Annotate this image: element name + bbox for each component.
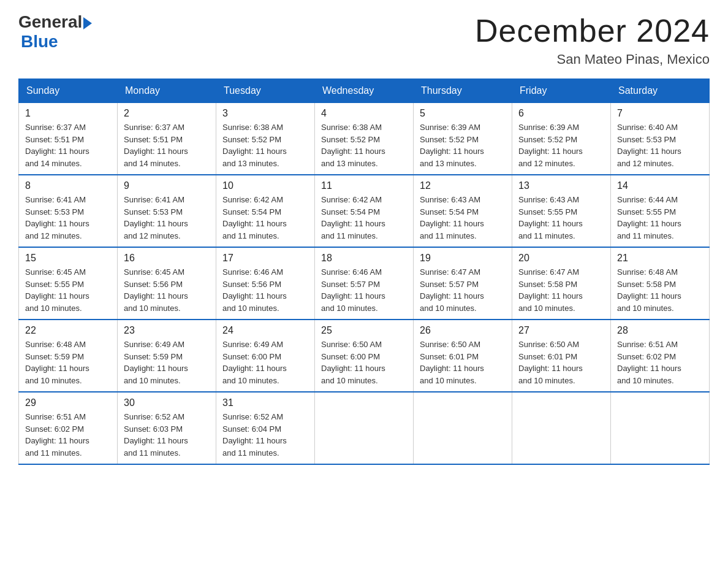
calendar-cell xyxy=(315,392,414,464)
calendar-week-3: 15 Sunrise: 6:45 AMSunset: 5:55 PMDaylig… xyxy=(19,247,710,320)
header-friday: Friday xyxy=(512,79,611,103)
logo-arrow-icon xyxy=(83,17,92,29)
calendar-cell xyxy=(512,392,611,464)
day-info: Sunrise: 6:42 AMSunset: 5:54 PMDaylight:… xyxy=(222,195,287,240)
day-info: Sunrise: 6:41 AMSunset: 5:53 PMDaylight:… xyxy=(124,195,188,240)
calendar-cell xyxy=(414,392,512,464)
day-info: Sunrise: 6:51 AMSunset: 6:02 PMDaylight:… xyxy=(25,412,89,458)
calendar-subtitle: San Mateo Pinas, Mexico xyxy=(475,52,710,67)
calendar-cell: 10 Sunrise: 6:42 AMSunset: 5:54 PMDaylig… xyxy=(216,175,315,247)
day-info: Sunrise: 6:51 AMSunset: 6:02 PMDaylight:… xyxy=(617,340,681,385)
day-info: Sunrise: 6:41 AMSunset: 5:53 PMDaylight:… xyxy=(25,195,89,240)
day-info: Sunrise: 6:47 AMSunset: 5:58 PMDaylight:… xyxy=(518,267,583,313)
day-number: 5 xyxy=(420,108,506,119)
calendar-cell: 8 Sunrise: 6:41 AMSunset: 5:53 PMDayligh… xyxy=(19,175,118,247)
day-number: 20 xyxy=(518,253,604,264)
calendar-cell: 30 Sunrise: 6:52 AMSunset: 6:03 PMDaylig… xyxy=(118,392,216,464)
calendar-cell: 15 Sunrise: 6:45 AMSunset: 5:55 PMDaylig… xyxy=(19,247,118,320)
day-info: Sunrise: 6:50 AMSunset: 6:01 PMDaylight:… xyxy=(420,340,484,385)
day-number: 8 xyxy=(25,180,111,191)
day-info: Sunrise: 6:37 AMSunset: 5:51 PMDaylight:… xyxy=(124,123,188,168)
calendar-table: Sunday Monday Tuesday Wednesday Thursday… xyxy=(18,79,710,465)
calendar-cell: 22 Sunrise: 6:48 AMSunset: 5:59 PMDaylig… xyxy=(19,320,118,392)
calendar-cell: 19 Sunrise: 6:47 AMSunset: 5:57 PMDaylig… xyxy=(414,247,512,320)
calendar-cell: 9 Sunrise: 6:41 AMSunset: 5:53 PMDayligh… xyxy=(118,175,216,247)
calendar-cell: 1 Sunrise: 6:37 AMSunset: 5:51 PMDayligh… xyxy=(19,103,118,175)
day-info: Sunrise: 6:46 AMSunset: 5:57 PMDaylight:… xyxy=(321,267,385,313)
day-number: 31 xyxy=(222,397,308,408)
logo-blue: Blue xyxy=(21,32,92,52)
calendar-cell: 26 Sunrise: 6:50 AMSunset: 6:01 PMDaylig… xyxy=(414,320,512,392)
calendar-body: 1 Sunrise: 6:37 AMSunset: 5:51 PMDayligh… xyxy=(19,103,710,465)
day-number: 15 xyxy=(25,253,111,264)
header-monday: Monday xyxy=(118,79,216,103)
calendar-cell: 11 Sunrise: 6:42 AMSunset: 5:54 PMDaylig… xyxy=(315,175,414,247)
day-info: Sunrise: 6:50 AMSunset: 6:01 PMDaylight:… xyxy=(518,340,583,385)
header-tuesday: Tuesday xyxy=(216,79,315,103)
day-number: 29 xyxy=(25,397,111,408)
day-number: 27 xyxy=(518,325,604,336)
calendar-week-4: 22 Sunrise: 6:48 AMSunset: 5:59 PMDaylig… xyxy=(19,320,710,392)
calendar-cell: 28 Sunrise: 6:51 AMSunset: 6:02 PMDaylig… xyxy=(611,320,710,392)
calendar-cell: 12 Sunrise: 6:43 AMSunset: 5:54 PMDaylig… xyxy=(414,175,512,247)
day-number: 30 xyxy=(124,397,210,408)
day-info: Sunrise: 6:52 AMSunset: 6:04 PMDaylight:… xyxy=(222,412,287,458)
calendar-week-5: 29 Sunrise: 6:51 AMSunset: 6:02 PMDaylig… xyxy=(19,392,710,464)
calendar-cell: 20 Sunrise: 6:47 AMSunset: 5:58 PMDaylig… xyxy=(512,247,611,320)
day-info: Sunrise: 6:48 AMSunset: 5:59 PMDaylight:… xyxy=(25,340,89,385)
calendar-cell: 3 Sunrise: 6:38 AMSunset: 5:52 PMDayligh… xyxy=(216,103,315,175)
calendar-cell: 17 Sunrise: 6:46 AMSunset: 5:56 PMDaylig… xyxy=(216,247,315,320)
day-info: Sunrise: 6:49 AMSunset: 6:00 PMDaylight:… xyxy=(222,340,287,385)
day-number: 18 xyxy=(321,253,407,264)
day-info: Sunrise: 6:39 AMSunset: 5:52 PMDaylight:… xyxy=(420,123,484,168)
calendar-cell: 7 Sunrise: 6:40 AMSunset: 5:53 PMDayligh… xyxy=(611,103,710,175)
day-number: 1 xyxy=(25,108,111,119)
day-number: 3 xyxy=(222,108,308,119)
title-section: December 2024 San Mateo Pinas, Mexico xyxy=(475,12,710,67)
logo-general: General xyxy=(18,12,82,32)
calendar-cell: 18 Sunrise: 6:46 AMSunset: 5:57 PMDaylig… xyxy=(315,247,414,320)
day-info: Sunrise: 6:44 AMSunset: 5:55 PMDaylight:… xyxy=(617,195,681,240)
day-number: 28 xyxy=(617,325,703,336)
logo: General Blue xyxy=(18,12,92,52)
day-info: Sunrise: 6:43 AMSunset: 5:55 PMDaylight:… xyxy=(518,195,583,240)
day-number: 16 xyxy=(124,253,210,264)
day-number: 19 xyxy=(420,253,506,264)
day-number: 14 xyxy=(617,180,703,191)
day-number: 11 xyxy=(321,180,407,191)
calendar-week-1: 1 Sunrise: 6:37 AMSunset: 5:51 PMDayligh… xyxy=(19,103,710,175)
calendar-cell: 16 Sunrise: 6:45 AMSunset: 5:56 PMDaylig… xyxy=(118,247,216,320)
day-info: Sunrise: 6:50 AMSunset: 6:00 PMDaylight:… xyxy=(321,340,385,385)
header-sunday: Sunday xyxy=(19,79,118,103)
calendar-title: December 2024 xyxy=(475,12,710,49)
day-number: 22 xyxy=(25,325,111,336)
header-wednesday: Wednesday xyxy=(315,79,414,103)
day-number: 13 xyxy=(518,180,604,191)
calendar-cell: 29 Sunrise: 6:51 AMSunset: 6:02 PMDaylig… xyxy=(19,392,118,464)
day-number: 6 xyxy=(518,108,604,119)
day-info: Sunrise: 6:39 AMSunset: 5:52 PMDaylight:… xyxy=(518,123,583,168)
calendar-cell: 27 Sunrise: 6:50 AMSunset: 6:01 PMDaylig… xyxy=(512,320,611,392)
calendar-cell: 14 Sunrise: 6:44 AMSunset: 5:55 PMDaylig… xyxy=(611,175,710,247)
day-number: 24 xyxy=(222,325,308,336)
day-number: 17 xyxy=(222,253,308,264)
day-info: Sunrise: 6:52 AMSunset: 6:03 PMDaylight:… xyxy=(124,412,188,458)
day-info: Sunrise: 6:48 AMSunset: 5:58 PMDaylight:… xyxy=(617,267,681,313)
calendar-cell: 6 Sunrise: 6:39 AMSunset: 5:52 PMDayligh… xyxy=(512,103,611,175)
day-info: Sunrise: 6:45 AMSunset: 5:56 PMDaylight:… xyxy=(124,267,188,313)
day-number: 21 xyxy=(617,253,703,264)
day-info: Sunrise: 6:46 AMSunset: 5:56 PMDaylight:… xyxy=(222,267,287,313)
calendar-cell: 13 Sunrise: 6:43 AMSunset: 5:55 PMDaylig… xyxy=(512,175,611,247)
day-info: Sunrise: 6:49 AMSunset: 5:59 PMDaylight:… xyxy=(124,340,188,385)
day-info: Sunrise: 6:45 AMSunset: 5:55 PMDaylight:… xyxy=(25,267,89,313)
header-thursday: Thursday xyxy=(414,79,512,103)
header: General Blue December 2024 San Mateo Pin… xyxy=(18,12,710,67)
calendar-cell: 23 Sunrise: 6:49 AMSunset: 5:59 PMDaylig… xyxy=(118,320,216,392)
day-number: 4 xyxy=(321,108,407,119)
calendar-cell: 24 Sunrise: 6:49 AMSunset: 6:00 PMDaylig… xyxy=(216,320,315,392)
day-number: 9 xyxy=(124,180,210,191)
day-info: Sunrise: 6:43 AMSunset: 5:54 PMDaylight:… xyxy=(420,195,484,240)
day-info: Sunrise: 6:42 AMSunset: 5:54 PMDaylight:… xyxy=(321,195,385,240)
calendar-week-2: 8 Sunrise: 6:41 AMSunset: 5:53 PMDayligh… xyxy=(19,175,710,247)
day-info: Sunrise: 6:38 AMSunset: 5:52 PMDaylight:… xyxy=(222,123,287,168)
